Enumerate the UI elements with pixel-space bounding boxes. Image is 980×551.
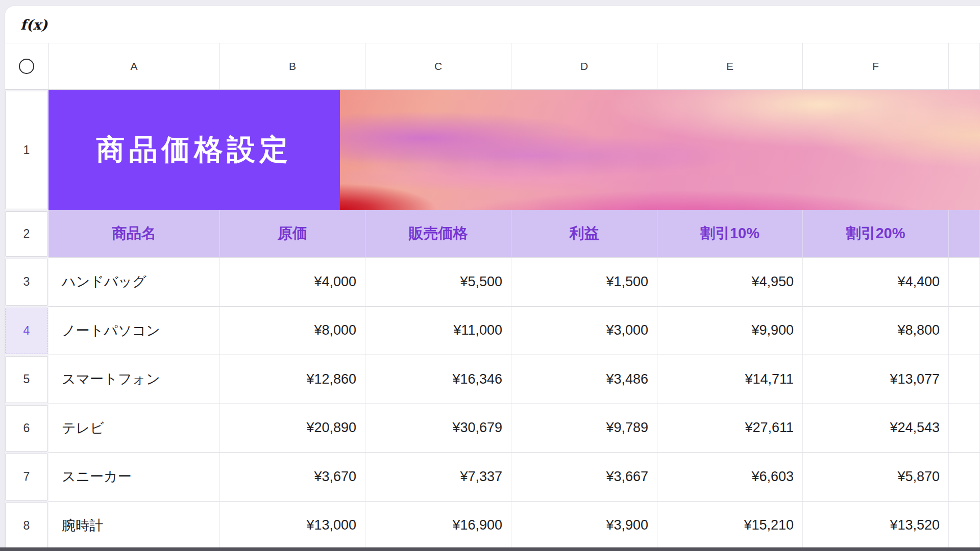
cell-g6[interactable]: [949, 404, 980, 453]
cell-a4-product[interactable]: ノートパソコン: [48, 307, 220, 356]
cell-c4-price[interactable]: ¥11,000: [365, 307, 511, 356]
cell-d5-profit[interactable]: ¥3,486: [511, 355, 657, 404]
column-header-f[interactable]: F: [803, 43, 949, 90]
cell-c7-price[interactable]: ¥7,337: [365, 453, 511, 502]
cell-e7-disc10[interactable]: ¥6,603: [657, 453, 803, 502]
cell-e8-disc10[interactable]: ¥15,210: [657, 502, 803, 550]
cell-b4-cost[interactable]: ¥8,000: [220, 307, 365, 356]
cell-a6-product[interactable]: テレビ: [48, 404, 220, 453]
cell-c8-price[interactable]: ¥16,900: [365, 502, 511, 550]
header-cell-discount10[interactable]: 割引10%: [657, 210, 803, 258]
spreadsheet-card: f(x) A B C D E F 1 2 3 4 5 6 7 8 商品価格設定: [5, 6, 980, 551]
cell-d8-profit[interactable]: ¥3,900: [511, 502, 657, 550]
cell-f3-disc20[interactable]: ¥4,400: [803, 258, 949, 307]
cell-g7[interactable]: [949, 453, 980, 502]
header-cell-product-name[interactable]: 商品名: [48, 210, 220, 258]
cell-b8-cost[interactable]: ¥13,000: [220, 502, 365, 550]
banner-image-cell[interactable]: 商品価格設定: [48, 90, 980, 210]
cell-c5-price[interactable]: ¥16,346: [365, 355, 511, 404]
cell-b6-cost[interactable]: ¥20,890: [220, 404, 365, 453]
column-header-a[interactable]: A: [48, 43, 220, 90]
column-header-b[interactable]: B: [220, 43, 365, 90]
fx-icon: f(x): [20, 17, 47, 33]
cell-e5-disc10[interactable]: ¥14,711: [657, 355, 803, 404]
column-header-e[interactable]: E: [657, 43, 803, 90]
cell-a7-product[interactable]: スニーカー: [48, 453, 220, 502]
cell-d4-profit[interactable]: ¥3,000: [511, 307, 657, 356]
banner-title: 商品価格設定: [96, 131, 292, 169]
sheet-grid: A B C D E F 1 2 3 4 5 6 7 8 商品価格設定 商品名 原…: [5, 43, 980, 550]
cell-d7-profit[interactable]: ¥3,667: [511, 453, 657, 502]
cell-g4[interactable]: [949, 307, 980, 356]
column-header-d[interactable]: D: [511, 43, 657, 90]
cell-f4-disc20[interactable]: ¥8,800: [803, 307, 949, 356]
column-header-partial[interactable]: [949, 43, 980, 90]
cell-d6-profit[interactable]: ¥9,789: [511, 404, 657, 453]
row-header-1[interactable]: 1: [5, 91, 48, 209]
header-cell-cost[interactable]: 原価: [220, 210, 365, 258]
banner-sunset-clouds-image: [340, 90, 980, 210]
cell-b5-cost[interactable]: ¥12,860: [220, 355, 365, 404]
cell-e4-disc10[interactable]: ¥9,900: [657, 307, 803, 356]
cell-e3-disc10[interactable]: ¥4,950: [657, 258, 803, 307]
row-header-2[interactable]: 2: [5, 211, 48, 257]
cell-f6-disc20[interactable]: ¥24,543: [803, 404, 949, 453]
select-all-cell[interactable]: [5, 43, 48, 90]
cell-c3-price[interactable]: ¥5,500: [365, 258, 511, 307]
cell-b7-cost[interactable]: ¥3,670: [220, 453, 365, 502]
cell-f7-disc20[interactable]: ¥5,870: [803, 453, 949, 502]
cell-a8-product[interactable]: 腕時計: [48, 502, 220, 550]
header-cell-discount20[interactable]: 割引20%: [803, 210, 949, 258]
header-cell-profit[interactable]: 利益: [511, 210, 657, 258]
cell-a5-product[interactable]: スマートフォン: [48, 355, 220, 404]
row-header-6[interactable]: 6: [5, 405, 48, 452]
cell-e6-disc10[interactable]: ¥27,611: [657, 404, 803, 453]
bottom-edge-bar: [0, 547, 980, 551]
cell-g3[interactable]: [949, 258, 980, 307]
cell-a3-product[interactable]: ハンドバッグ: [48, 258, 220, 307]
row-header-5[interactable]: 5: [5, 356, 48, 403]
cell-c6-price[interactable]: ¥30,679: [365, 404, 511, 453]
header-cell-partial[interactable]: [949, 210, 980, 258]
column-header-c[interactable]: C: [365, 43, 511, 90]
formula-input[interactable]: [47, 6, 980, 43]
row-header-8[interactable]: 8: [5, 503, 48, 549]
cell-d3-profit[interactable]: ¥1,500: [511, 258, 657, 307]
cell-b3-cost[interactable]: ¥4,000: [220, 258, 365, 307]
cell-g5[interactable]: [949, 355, 980, 404]
cell-g8[interactable]: [949, 502, 980, 550]
row-header-3[interactable]: 3: [5, 259, 48, 306]
header-cell-sale-price[interactable]: 販売価格: [365, 210, 511, 258]
row-header-7[interactable]: 7: [5, 454, 48, 500]
cell-f5-disc20[interactable]: ¥13,077: [803, 355, 949, 404]
formula-bar: f(x): [5, 6, 980, 43]
row-header-4-selected[interactable]: 4: [5, 308, 48, 355]
cell-f8-disc20[interactable]: ¥13,520: [803, 502, 949, 550]
banner-purple-block: 商品価格設定: [48, 90, 340, 210]
select-all-circle-icon: [19, 59, 34, 74]
